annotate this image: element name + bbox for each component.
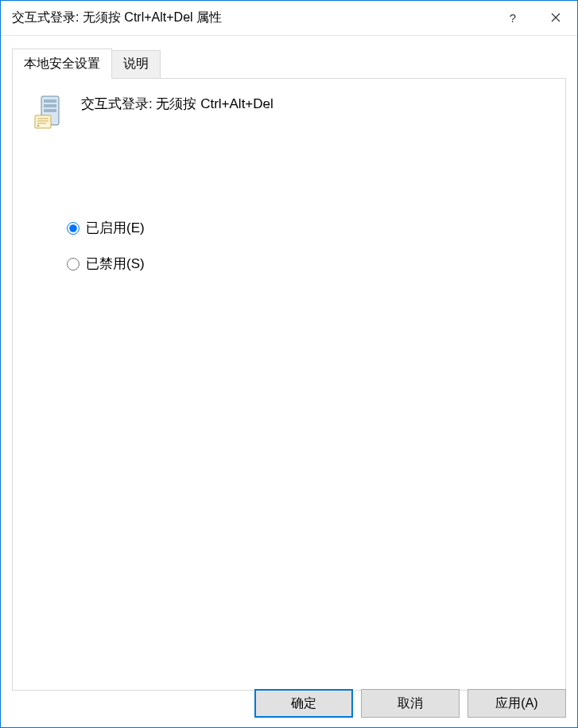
- svg-rect-2: [44, 104, 56, 107]
- tab-label: 说明: [123, 56, 149, 70]
- close-button[interactable]: [534, 1, 577, 36]
- tab-explain[interactable]: 说明: [111, 50, 161, 79]
- close-icon: [551, 11, 561, 25]
- window-title: 交互式登录: 无须按 Ctrl+Alt+Del 属性: [12, 10, 491, 26]
- policy-title: 交互式登录: 无须按 Ctrl+Alt+Del: [81, 93, 273, 113]
- ok-button[interactable]: 确定: [254, 689, 353, 718]
- help-icon: ?: [510, 11, 516, 25]
- tab-panel-local-security: 交互式登录: 无须按 Ctrl+Alt+Del 已启用(E) 已禁用(S): [12, 78, 566, 691]
- tab-label: 本地安全设置: [24, 56, 100, 70]
- radio-enabled-input[interactable]: [67, 222, 80, 235]
- dialog-buttons: 确定 取消 应用(A): [254, 689, 566, 718]
- apply-button-label: 应用(A): [495, 696, 537, 710]
- radio-group: 已启用(E) 已禁用(S): [67, 219, 548, 273]
- radio-enabled-label: 已启用(E): [86, 219, 145, 237]
- radio-disabled[interactable]: 已禁用(S): [67, 255, 548, 273]
- cancel-button-label: 取消: [398, 696, 423, 710]
- help-button[interactable]: ?: [491, 1, 534, 36]
- radio-enabled[interactable]: 已启用(E): [67, 219, 548, 237]
- tabs-container: 本地安全设置 说明 交互式登录: 无须: [1, 36, 577, 691]
- svg-point-9: [37, 125, 39, 127]
- titlebar: 交互式登录: 无须按 Ctrl+Alt+Del 属性 ?: [1, 1, 577, 36]
- policy-header: 交互式登录: 无须按 Ctrl+Alt+Del: [30, 93, 548, 131]
- svg-rect-3: [44, 109, 56, 112]
- tab-local-security[interactable]: 本地安全设置: [12, 49, 112, 79]
- apply-button[interactable]: 应用(A): [467, 689, 566, 718]
- cancel-button[interactable]: 取消: [361, 689, 460, 718]
- radio-disabled-input[interactable]: [67, 258, 80, 271]
- svg-rect-1: [44, 99, 56, 103]
- radio-disabled-label: 已禁用(S): [86, 255, 145, 273]
- server-policy-icon: [30, 93, 68, 131]
- ok-button-label: 确定: [291, 696, 316, 710]
- tab-strip: 本地安全设置 说明: [12, 50, 566, 79]
